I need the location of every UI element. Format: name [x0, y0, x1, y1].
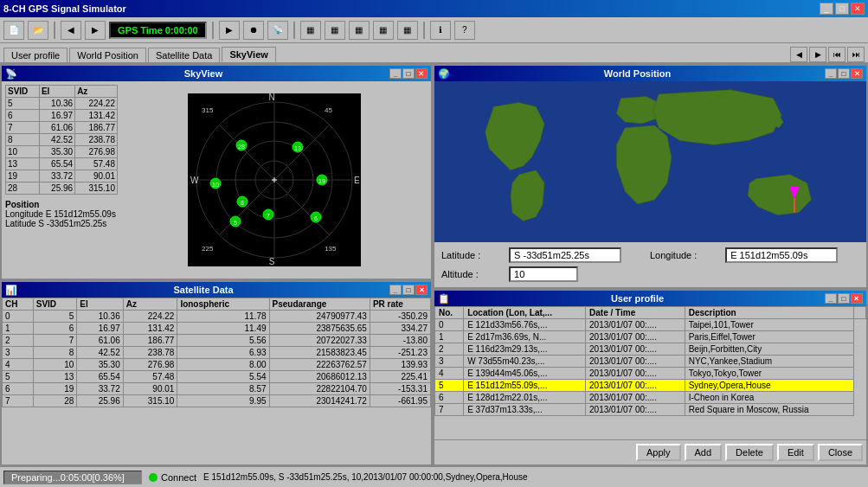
apply-button[interactable]: Apply [636, 444, 681, 461]
record-button[interactable]: ⏺ [243, 21, 264, 40]
info-button[interactable]: ℹ [430, 21, 451, 40]
userprofile-row[interactable]: 6 E 128d12m22.01s,... 2013/01/07 00:....… [435, 392, 866, 404]
world-map-svg [434, 81, 866, 242]
worldpos-controls[interactable]: _ □ ✕ [825, 68, 863, 79]
userprofile-panel: 📋 User profile _ □ ✕ No. Location (Lon, … [433, 289, 868, 466]
tab-first-btn[interactable]: ⏮ [828, 47, 845, 62]
userprofile-row[interactable]: 1 E 2d17m36.69s, N... 2013/01/07 00:....… [435, 331, 866, 343]
forward-button[interactable]: ▶ [85, 21, 106, 40]
satdata-row: 5 13 65.54 57.48 5.54 20686012.13 225.41 [3, 371, 431, 383]
skyview-row: 8 42.52 238.78 [6, 134, 118, 146]
tab-world-position[interactable]: World Position [69, 48, 146, 62]
svg-text:13: 13 [294, 145, 301, 151]
az-cell: 224.22 [75, 98, 118, 110]
satdata-controls[interactable]: _ □ ✕ [389, 285, 428, 295]
play-button[interactable]: ▶ [219, 21, 240, 40]
svg-text:8: 8 [241, 200, 244, 206]
skyview-minimize[interactable]: _ [389, 68, 402, 79]
tab-last-btn[interactable]: ⏭ [847, 47, 865, 62]
userprofile-title: User profile [611, 293, 664, 304]
az-cell: 131.42 [75, 110, 118, 122]
svg-text:7: 7 [267, 213, 270, 219]
svid-cell: 6 [6, 110, 40, 122]
userprofile-maximize[interactable]: □ [838, 293, 850, 304]
svg-text:E: E [354, 176, 360, 185]
connect-status: Connect [149, 472, 196, 483]
skyview-row: 6 16.97 131.42 [6, 110, 118, 122]
new-button[interactable]: 📄 [3, 21, 24, 40]
userprofile-row[interactable]: 7 E 37d37m13.33s,... 2013/01/07 00:.... … [435, 404, 866, 416]
grid4-button[interactable]: ▦ [373, 21, 394, 40]
edit-button[interactable]: Edit [777, 444, 814, 461]
skyview-maximize[interactable]: □ [402, 68, 415, 79]
svg-text:W: W [190, 176, 199, 185]
maximize-button[interactable]: □ [835, 3, 849, 15]
el-cell: 61.06 [39, 122, 74, 134]
gps-time-display: GPS Time 0:00:00 [109, 22, 207, 39]
longitude-input[interactable] [725, 247, 838, 263]
satdata-maximize[interactable]: □ [402, 285, 415, 295]
satellite-button[interactable]: 📡 [267, 21, 288, 40]
skyview-close[interactable]: ✕ [415, 68, 428, 79]
connect-label: Connect [161, 472, 196, 483]
userprofile-row[interactable]: 4 E 139d44m45.06s,... 2013/01/07 00:....… [435, 368, 866, 380]
open-button[interactable]: 📂 [28, 21, 48, 40]
userprofile-content: No. Location (Lon, Lat,... Date / Time D… [434, 306, 866, 465]
tab-satellite-data[interactable]: Satellite Data [148, 48, 220, 62]
userprofile-close[interactable]: ✕ [851, 293, 863, 304]
svid-cell: 8 [6, 134, 40, 146]
window-controls[interactable]: _ □ ✕ [820, 3, 865, 15]
skyview-titlebar: 📡 SkyView _ □ ✕ [2, 66, 431, 81]
delete-button[interactable]: Delete [725, 444, 774, 461]
main-area: 📡 SkyView _ □ ✕ SVID El Az [0, 64, 868, 466]
grid1-button[interactable]: ▦ [300, 21, 321, 40]
grid3-button[interactable]: ▦ [349, 21, 370, 40]
skyview-controls[interactable]: _ □ ✕ [389, 68, 428, 79]
worldpos-close[interactable]: ✕ [851, 68, 863, 79]
grid5-button[interactable]: ▦ [397, 21, 418, 40]
tab-skyview[interactable]: SkyView [222, 47, 275, 62]
worldpos-titlebar: 🌍 World Position _ □ ✕ [434, 66, 866, 81]
separator [54, 22, 55, 39]
back-button[interactable]: ◀ [61, 21, 81, 40]
help-button[interactable]: ? [454, 21, 475, 40]
longitude-label: Longitude : [650, 250, 718, 260]
skyview-icon: 📡 [5, 68, 17, 80]
latitude-input[interactable] [509, 247, 621, 263]
position-label: Position [5, 200, 118, 209]
add-button[interactable]: Add [685, 444, 723, 461]
tab-back-btn[interactable]: ◀ [790, 47, 807, 62]
worldpos-maximize[interactable]: □ [838, 68, 850, 79]
userprofile-row[interactable]: 2 E 116d23m29.13s,... 2013/01/07 00:....… [435, 343, 866, 356]
userprofile-controls[interactable]: _ □ ✕ [825, 293, 863, 304]
svid-cell: 5 [6, 98, 40, 110]
satdata-row: 2 7 61.06 186.77 5.56 20722027.33 -13.80 [3, 335, 431, 347]
tab-user-profile[interactable]: User profile [3, 48, 68, 62]
userprofile-row[interactable]: 3 W 73d55m40.23s,... 2013/01/07 00:.... … [435, 356, 866, 368]
altitude-input[interactable] [509, 266, 578, 282]
satdata-panel: 📊 Satellite Data _ □ ✕ CH SVID El Az [0, 280, 433, 466]
minimize-button[interactable]: _ [820, 3, 833, 15]
satdata-row: 0 5 10.36 224.22 11.78 24790977.43 -350.… [3, 311, 431, 323]
worldpos-minimize[interactable]: _ [825, 68, 837, 79]
toolbar: 📄 📂 ◀ ▶ GPS Time 0:00:00 ▶ ⏺ 📡 ▦ ▦ ▦ ▦ ▦… [0, 17, 868, 43]
skyview-title: SkyView [184, 68, 222, 79]
close-profile-button[interactable]: Close [818, 444, 863, 461]
tab-forward-btn[interactable]: ▶ [809, 47, 826, 62]
userprofile-row[interactable]: 0 E 121d33m56.76s,... 2013/01/07 00:....… [435, 319, 866, 331]
world-map [434, 81, 866, 242]
userprofile-row[interactable]: 5 E 151d12m55.09s,... 2013/01/07 00:....… [435, 380, 866, 392]
el-header2: El [77, 298, 123, 311]
userprofile-minimize[interactable]: _ [825, 293, 837, 304]
grid2-button[interactable]: ▦ [325, 21, 345, 40]
el-cell: 42.52 [39, 134, 74, 146]
satdata-minimize[interactable]: _ [389, 285, 402, 295]
el-cell: 33.72 [39, 170, 74, 183]
ch-header: CH [3, 298, 34, 311]
close-button[interactable]: ✕ [851, 3, 865, 15]
iono-header: Ionospheric [177, 298, 269, 311]
satdata-close[interactable]: ✕ [415, 285, 428, 295]
svg-text:225: 225 [202, 245, 214, 253]
desc-header: Description [685, 307, 853, 319]
latitude-display: Latitude S -33d51m25.25s [5, 219, 118, 228]
